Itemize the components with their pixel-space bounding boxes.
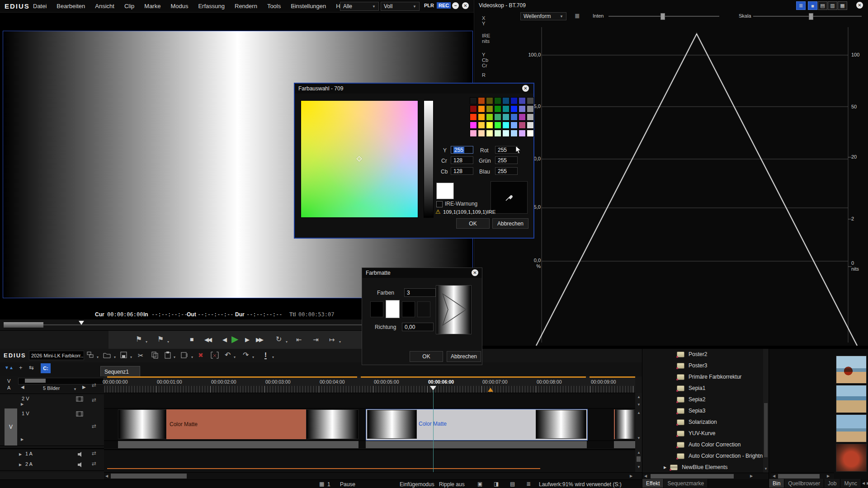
skala-slider-track[interactable] (753, 16, 862, 17)
bin-clip-thumbnail[interactable] (836, 385, 867, 413)
lane-1v[interactable]: Color Matte Color Matte (104, 408, 635, 441)
mixer-segment[interactable] (366, 441, 587, 448)
track-header-2v[interactable]: 2 V ▶ ⇄ (0, 394, 104, 409)
marker-dropdown-icon[interactable]: ▾ (146, 340, 147, 344)
previous-frame-icon[interactable]: ◀ (222, 337, 227, 343)
color-field[interactable] (301, 100, 418, 218)
palette-swatch-14[interactable] (519, 105, 526, 113)
cr-field[interactable]: 128 (451, 156, 473, 164)
palette-swatch-19[interactable] (494, 113, 501, 121)
mixer-segment[interactable] (614, 441, 635, 448)
add-marker-dropdown-icon[interactable]: ▾ (272, 355, 274, 359)
window-icon[interactable]: ▣ (477, 481, 482, 487)
palette-swatch-21[interactable] (510, 113, 518, 121)
layout-columns-icon[interactable]: ▥ (828, 1, 837, 10)
add-track-icon[interactable]: + (19, 365, 23, 371)
palette-swatch-33[interactable] (478, 130, 485, 137)
clip-color-matte-2-selected[interactable]: Color Matte (366, 409, 588, 441)
ok-button[interactable]: OK (456, 218, 490, 229)
timeline-ruler[interactable]: 00:00:00:0000:00:01:0000:00:02:0000:00:0… (104, 376, 635, 393)
track-header-1a[interactable]: ▶ 1 A ⇄ (0, 448, 104, 460)
palette-swatch-11[interactable] (494, 105, 501, 113)
palette-swatch-7[interactable] (527, 97, 534, 104)
scroll-left-icon[interactable]: ◀ (105, 474, 108, 478)
new-sequence-icon[interactable] (87, 352, 95, 359)
blau-field[interactable]: 255 (495, 167, 518, 175)
palette-swatch-16[interactable] (470, 113, 477, 121)
scroll-down-icon[interactable]: ▼ (637, 465, 641, 469)
palette-swatch-31[interactable] (527, 122, 534, 129)
sync-icon[interactable]: ⇄ (92, 423, 96, 429)
mixer-segment[interactable] (118, 441, 359, 448)
palette-swatch-15[interactable] (527, 105, 534, 113)
insert-mode[interactable]: Einfügemodus (400, 481, 434, 488)
palette-swatch-6[interactable] (519, 97, 526, 104)
redo-icon[interactable]: ↷ (243, 352, 249, 359)
palette-swatch-38[interactable] (519, 130, 526, 137)
copy-icon[interactable] (151, 352, 159, 359)
effects-hscrollbar[interactable]: ◀ ▶ (642, 473, 769, 479)
matte-swatch-3[interactable] (417, 301, 430, 317)
palette-swatch-35[interactable] (494, 130, 501, 137)
farben-field[interactable]: 3 (404, 288, 436, 297)
palette-swatch-30[interactable] (519, 122, 526, 129)
new-sequence-dropdown-icon[interactable]: ▾ (97, 355, 99, 359)
lane-2v[interactable] (104, 393, 635, 408)
menu-item-7[interactable]: Rendern (230, 3, 262, 9)
project-name[interactable]: 2026 Mini-LK Farbkorr... (29, 351, 84, 360)
open-project-icon[interactable] (103, 352, 111, 359)
fast-forward-icon[interactable]: ▶▶ (256, 337, 262, 343)
palette-swatch-26[interactable] (486, 122, 493, 129)
playhead-handle[interactable] (430, 386, 436, 390)
scope-list-view-icon[interactable]: ≣ (796, 1, 806, 10)
tab-mync[interactable]: Mync (840, 479, 861, 488)
expand-icon[interactable]: ▶ (21, 402, 24, 406)
ire-warning-checkbox[interactable] (436, 201, 443, 207)
scroll-thumb[interactable] (637, 456, 641, 462)
effect-item[interactable]: Primäre Farbkorrektur (642, 371, 763, 382)
delete-icon[interactable]: ✖ (198, 352, 203, 359)
mode-y2[interactable]: Y (482, 52, 485, 57)
palette-swatch-25[interactable] (478, 122, 485, 129)
lane-2a[interactable] (104, 461, 635, 472)
monitor-icon[interactable]: ◨ (494, 481, 499, 487)
mode-r[interactable]: R (482, 72, 486, 78)
sequence-marker-icon[interactable] (488, 388, 493, 392)
sequence-tab[interactable]: Sequenz1 (100, 366, 140, 377)
frame-step-label[interactable]: 5 Bilder (43, 385, 60, 391)
bin-clip-thumbnail[interactable] (836, 414, 867, 442)
tab-effekt[interactable]: Effekt (642, 479, 664, 488)
stop-icon[interactable]: ■ (190, 336, 193, 343)
palette-swatch-27[interactable] (494, 122, 501, 129)
menu-item-0[interactable]: Datei (28, 3, 52, 9)
matte-cancel-button[interactable]: Abbrechen (447, 351, 481, 362)
palette-swatch-23[interactable] (527, 113, 534, 121)
channel-select[interactable]: Alle▼ (340, 2, 379, 11)
close-icon[interactable]: ✕ (462, 2, 469, 9)
tab-sequenzmarke[interactable]: Sequenzmarke (664, 479, 708, 488)
menu-item-5[interactable]: Modus (165, 3, 193, 9)
color-field-cursor[interactable] (356, 156, 362, 162)
palette-swatch-12[interactable] (502, 105, 509, 113)
inten-slider-thumb[interactable] (660, 13, 665, 20)
palette-swatch-10[interactable] (486, 105, 493, 113)
layout-grid-icon[interactable]: ▦ (838, 1, 847, 10)
a-mode-label[interactable]: A (7, 385, 10, 390)
undo-dropdown-icon[interactable]: ▾ (234, 355, 236, 359)
scroll-up-icon[interactable]: ▲ (637, 395, 641, 399)
effect-item[interactable]: Sepia1 (642, 383, 763, 394)
menu-overflow-icon[interactable]: ▸ (293, 4, 295, 8)
scroll-up-icon[interactable]: ▲ (637, 451, 641, 455)
palette-swatch-20[interactable] (502, 113, 509, 121)
palette-swatch-9[interactable] (478, 105, 485, 113)
effect-item[interactable]: Auto Color Correction - Brightness (642, 450, 763, 461)
palette-swatch-8[interactable] (470, 105, 477, 113)
panel-icon[interactable]: ▤ (510, 481, 515, 487)
paste-dropdown-icon[interactable]: ▾ (174, 355, 175, 359)
scroll-right-icon[interactable]: ▶ (827, 474, 830, 478)
palette-swatch-17[interactable] (478, 113, 485, 121)
minimize-icon[interactable]: – (452, 2, 459, 9)
effect-item[interactable]: Auto Color Correction (642, 439, 763, 450)
color-picker-close-icon[interactable]: ✕ (522, 85, 529, 92)
matte-swatch-2[interactable] (402, 301, 415, 317)
